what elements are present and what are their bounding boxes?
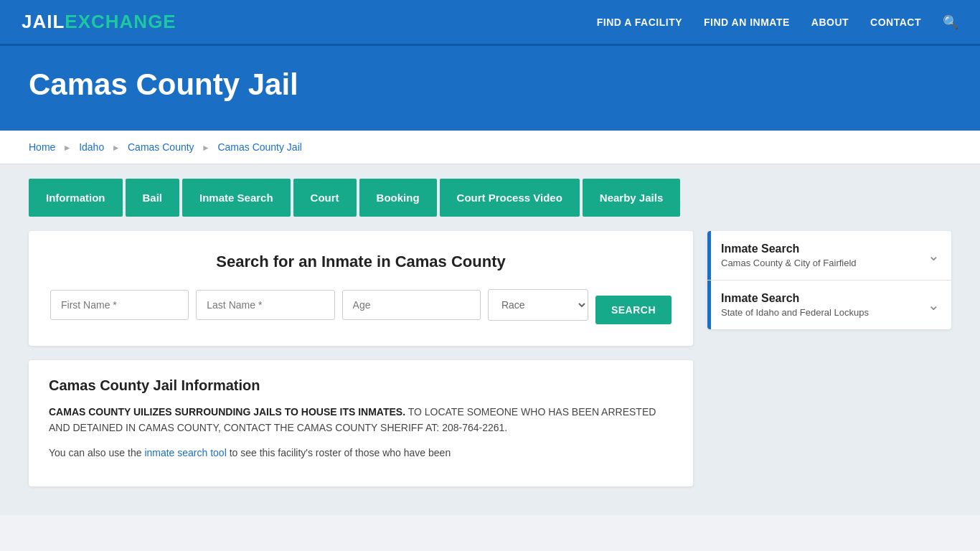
nav-find-inmate[interactable]: FIND AN INMATE bbox=[704, 17, 790, 28]
info-para2-after: to see this facility's roster of those w… bbox=[227, 447, 451, 458]
site-logo[interactable]: JAILEXCHANGE bbox=[22, 11, 176, 33]
inmate-search-link[interactable]: inmate search tool bbox=[144, 447, 226, 458]
sidebar-item-local: Inmate Search Camas County & City of Fai… bbox=[707, 231, 951, 281]
tab-bail[interactable]: Bail bbox=[126, 179, 180, 217]
tabs-bar: Information Bail Inmate Search Court Boo… bbox=[0, 164, 980, 217]
breadcrumb-sep-3: ► bbox=[202, 143, 210, 153]
breadcrumb-current: Camas County Jail bbox=[217, 141, 302, 153]
page-title: Camas County Jail bbox=[29, 67, 951, 102]
logo-exchange: EXCHANGE bbox=[65, 11, 176, 32]
breadcrumb-state[interactable]: Idaho bbox=[79, 141, 104, 153]
nav-contact[interactable]: CONTACT bbox=[870, 17, 921, 28]
search-card: Search for an Inmate in Camas County Rac… bbox=[29, 231, 693, 346]
search-icon[interactable]: 🔍 bbox=[943, 14, 958, 30]
last-name-input[interactable] bbox=[196, 290, 334, 320]
sidebar-subtitle-1: Camas County & City of Fairfield bbox=[721, 258, 906, 268]
main-content: Search for an Inmate in Camas County Rac… bbox=[0, 217, 980, 515]
info-paragraph-1: CAMAS COUNTY UILIZES SURROUNDING JAILS T… bbox=[49, 404, 673, 436]
sidebar-title-2: Inmate Search bbox=[721, 292, 906, 305]
breadcrumb-home[interactable]: Home bbox=[29, 141, 55, 153]
sidebar: Inmate Search Camas County & City of Fai… bbox=[707, 231, 951, 329]
tab-nearby-jails[interactable]: Nearby Jails bbox=[583, 179, 680, 217]
sidebar-text-2: Inmate Search State of Idaho and Federal… bbox=[711, 281, 916, 329]
tab-information[interactable]: Information bbox=[29, 179, 123, 217]
breadcrumb-sep-1: ► bbox=[63, 143, 72, 153]
sidebar-chevron-1[interactable]: ⌄ bbox=[916, 231, 951, 280]
tab-court[interactable]: Court bbox=[293, 179, 357, 217]
sidebar-card: Inmate Search Camas County & City of Fai… bbox=[707, 231, 951, 329]
search-title: Search for an Inmate in Camas County bbox=[50, 253, 672, 271]
breadcrumb-sep-2: ► bbox=[112, 143, 121, 153]
tab-inmate-search[interactable]: Inmate Search bbox=[182, 179, 291, 217]
sidebar-text-1: Inmate Search Camas County & City of Fai… bbox=[711, 231, 916, 280]
breadcrumb-county[interactable]: Camas County bbox=[128, 141, 194, 153]
sidebar-subtitle-2: State of Idaho and Federal Lockups bbox=[721, 307, 906, 318]
navbar: JAILEXCHANGE FIND A FACILITY FIND AN INM… bbox=[0, 0, 980, 46]
tab-court-process-video[interactable]: Court Process Video bbox=[440, 179, 580, 217]
nav-links: FIND A FACILITY FIND AN INMATE ABOUT CON… bbox=[597, 14, 958, 30]
sidebar-chevron-2[interactable]: ⌄ bbox=[916, 281, 951, 329]
search-form: Race White Black Hispanic Asian Other SE… bbox=[50, 286, 672, 324]
left-column: Search for an Inmate in Camas County Rac… bbox=[29, 231, 693, 486]
tabs-row: Information Bail Inmate Search Court Boo… bbox=[29, 179, 951, 217]
info-paragraph-2: You can also use the inmate search tool … bbox=[49, 445, 673, 461]
nav-about[interactable]: ABOUT bbox=[811, 17, 849, 28]
race-select[interactable]: Race White Black Hispanic Asian Other bbox=[488, 289, 588, 321]
info-card: Camas County Jail Information CAMAS COUN… bbox=[29, 360, 693, 486]
age-input[interactable] bbox=[342, 290, 481, 320]
search-button[interactable]: SEARCH bbox=[595, 296, 672, 324]
nav-find-facility[interactable]: FIND A FACILITY bbox=[597, 17, 682, 28]
sidebar-item-state: Inmate Search State of Idaho and Federal… bbox=[707, 281, 951, 329]
hero-section: Camas County Jail bbox=[0, 46, 980, 131]
first-name-input[interactable] bbox=[50, 290, 189, 320]
sidebar-title-1: Inmate Search bbox=[721, 242, 906, 255]
info-title: Camas County Jail Information bbox=[49, 377, 673, 394]
info-para2-before: You can also use the bbox=[49, 447, 144, 458]
tab-booking[interactable]: Booking bbox=[359, 179, 437, 217]
logo-jail: JAIL bbox=[22, 11, 65, 32]
breadcrumb: Home ► Idaho ► Camas County ► Camas Coun… bbox=[0, 131, 980, 164]
info-bold: CAMAS COUNTY UILIZES SURROUNDING JAILS T… bbox=[49, 406, 405, 418]
